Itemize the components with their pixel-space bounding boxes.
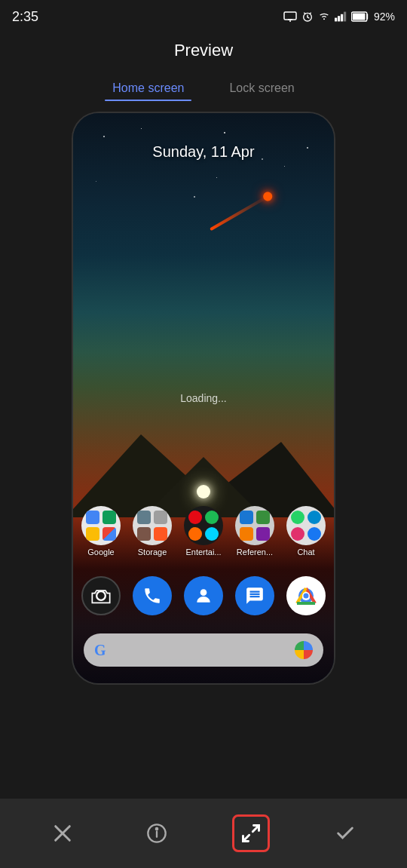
- app-storage[interactable]: Storage: [132, 506, 173, 557]
- tab-home-screen[interactable]: Home screen: [105, 75, 191, 101]
- app-camera[interactable]: [81, 576, 121, 615]
- app-icon-google: [81, 506, 121, 545]
- bottom-toolbar: [0, 799, 407, 868]
- svg-point-21: [304, 593, 309, 599]
- app-label-reference: Referen...: [234, 547, 275, 557]
- page-title: Preview: [174, 41, 233, 60]
- app-icon-messages: [235, 576, 274, 615]
- wifi-icon: [318, 12, 330, 21]
- app-row-1: Google Storage Ent: [81, 506, 326, 557]
- app-label-entertainment: Entertai...: [183, 547, 224, 557]
- app-contacts[interactable]: [183, 576, 224, 615]
- svg-line-7: [310, 13, 311, 14]
- app-label-chat: Chat: [286, 547, 326, 557]
- search-bar[interactable]: G: [84, 633, 323, 667]
- page-header: Preview: [0, 30, 407, 68]
- screen-icon: [283, 11, 297, 22]
- battery-icon: [351, 11, 369, 22]
- loading-text: Loading...: [180, 392, 227, 404]
- app-icon-chrome: [286, 576, 326, 615]
- google-assistant-dot: [295, 641, 313, 659]
- confirm-button[interactable]: [326, 814, 364, 852]
- svg-rect-0: [284, 12, 296, 20]
- app-icon-entertainment: [184, 506, 223, 545]
- svg-rect-9: [338, 16, 340, 21]
- app-icon-phone: [133, 576, 172, 615]
- status-time: 2:35: [12, 9, 38, 25]
- app-label-google: Google: [81, 547, 121, 557]
- svg-rect-11: [344, 12, 346, 22]
- app-messages[interactable]: [234, 576, 275, 615]
- svg-point-26: [155, 828, 157, 830]
- app-reference[interactable]: Referen...: [234, 506, 275, 557]
- preview-container: Sunday, 11 Apr Loading... Google: [0, 101, 407, 685]
- signal-icon: [335, 11, 347, 22]
- app-chrome[interactable]: [286, 576, 326, 615]
- app-icon-storage: [133, 506, 172, 545]
- alarm-icon: [301, 11, 314, 23]
- svg-line-6: [304, 13, 305, 14]
- mountains-decoration: [73, 427, 334, 517]
- app-icon-reference: [235, 506, 274, 545]
- app-icon-camera: [81, 576, 121, 615]
- expand-button[interactable]: [232, 814, 270, 852]
- svg-point-16: [200, 589, 207, 596]
- close-button[interactable]: [44, 814, 81, 852]
- svg-line-5: [308, 17, 309, 18]
- battery-percentage: 92%: [374, 11, 395, 23]
- sun-decoration: [197, 485, 210, 498]
- svg-rect-13: [353, 13, 366, 20]
- app-icon-contacts: [184, 576, 223, 615]
- info-button[interactable]: [138, 814, 176, 852]
- app-google[interactable]: Google: [81, 506, 121, 557]
- tab-lock-screen[interactable]: Lock screen: [222, 75, 301, 101]
- app-row-2: [81, 576, 326, 615]
- tab-bar: Home screen Lock screen: [0, 68, 407, 101]
- app-phone[interactable]: [132, 576, 173, 615]
- app-chat[interactable]: Chat: [286, 506, 326, 557]
- google-g-letter: G: [94, 642, 106, 659]
- status-icons: 92%: [283, 11, 395, 23]
- phone-frame: Sunday, 11 Apr Loading... Google: [72, 112, 335, 685]
- phone-date: Sunday, 11 Apr: [73, 143, 334, 161]
- app-label-storage: Storage: [132, 547, 173, 557]
- app-entertainment[interactable]: Entertai...: [183, 506, 224, 557]
- app-icon-chat: [286, 506, 326, 545]
- status-bar: 2:35: [0, 0, 407, 30]
- svg-rect-10: [341, 14, 343, 22]
- svg-point-15: [96, 591, 106, 600]
- svg-rect-8: [335, 18, 337, 22]
